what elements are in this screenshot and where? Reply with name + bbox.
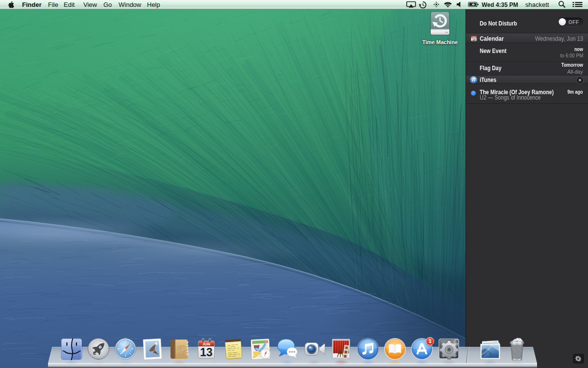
svg-text:JUN: JUN: [472, 36, 476, 38]
